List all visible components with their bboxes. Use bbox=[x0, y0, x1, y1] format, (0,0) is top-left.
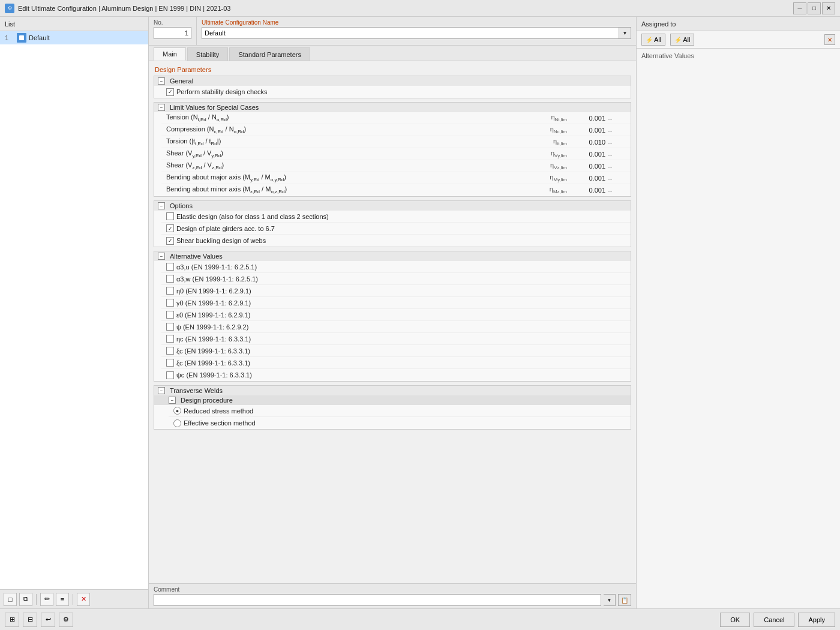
apply-button[interactable]: Apply bbox=[798, 613, 835, 627]
config-no: No. bbox=[149, 17, 197, 45]
name-dropdown-btn[interactable]: ▼ bbox=[619, 27, 631, 39]
transverse-welds-header[interactable]: − Transverse Welds bbox=[154, 386, 631, 395]
alt-row-1: α3,w (EN 1999-1-1: 6.2.5.1) bbox=[161, 273, 631, 285]
collapse-general[interactable]: − bbox=[158, 77, 165, 85]
options-section: − Options Elastic design (also for class… bbox=[154, 200, 631, 247]
comment-input[interactable] bbox=[154, 594, 601, 606]
shear-vz-symbol: ηVz,lim bbox=[524, 161, 572, 170]
limit-row-shear-vy: Shear (Vy,Ed / Vy,Rd) ηVy,lim 0.001 -- bbox=[161, 148, 631, 160]
effective-section-radio[interactable] bbox=[173, 419, 181, 427]
alt-cb-5[interactable] bbox=[166, 323, 174, 331]
torsion-symbol: ηtt,lim bbox=[524, 137, 572, 146]
config-header: No. Ultimate Configuration Name ▼ bbox=[149, 17, 636, 46]
close-button[interactable]: ✕ bbox=[822, 2, 835, 14]
stability-checks-label: Perform stability design checks bbox=[176, 88, 268, 95]
tension-symbol: ηNt,lim bbox=[524, 113, 572, 122]
collapse-options[interactable]: − bbox=[158, 202, 165, 209]
no-input[interactable] bbox=[154, 27, 191, 39]
compression-value: 0.001 bbox=[572, 127, 608, 134]
general-header[interactable]: − General bbox=[154, 76, 631, 86]
window-title: Edit Ultimate Configuration | Aluminum D… bbox=[18, 5, 230, 12]
tab-main[interactable]: Main bbox=[154, 47, 186, 61]
torsion-value: 0.010 bbox=[572, 139, 608, 146]
reduced-stress-radio[interactable] bbox=[173, 407, 181, 415]
alt-cb-4[interactable] bbox=[166, 311, 174, 319]
copy-button[interactable]: ⧉ bbox=[19, 593, 32, 606]
bottom-left: ⊞ ⊟ ↩ ⚙ bbox=[5, 613, 73, 627]
alt-row-0: α3,u (EN 1999-1-1: 6.2.5.1) bbox=[161, 261, 631, 273]
list-item-label: Default bbox=[29, 34, 50, 41]
alt-row-8: ξc (EN 1999-1-1: 6.3.3.1) bbox=[161, 357, 631, 369]
shear-vz-value: 0.001 bbox=[572, 163, 608, 170]
alt-cb-0[interactable] bbox=[166, 263, 174, 271]
comment-action-btn[interactable]: 📋 bbox=[618, 594, 631, 606]
title-bar: ⚙ Edit Ultimate Configuration | Aluminum… bbox=[0, 0, 840, 17]
plate-girders-cb[interactable] bbox=[166, 224, 174, 232]
limit-values-body: Tension (Nt,Ed / No,Rd) ηNt,lim 0.001 --… bbox=[154, 112, 631, 196]
limit-row-bending-my: Bending about major axis (My,Ed / Mo,y,R… bbox=[161, 172, 631, 184]
collapse-limit-values[interactable]: − bbox=[158, 104, 165, 111]
tab-stability[interactable]: Stability bbox=[187, 47, 229, 61]
alt-cb-9[interactable] bbox=[166, 371, 174, 379]
view-icon-btn[interactable]: ⊟ bbox=[23, 613, 37, 627]
shear-vy-value: 0.001 bbox=[572, 151, 608, 158]
alt-values-header[interactable]: − Alternative Values bbox=[154, 251, 631, 261]
assigned-all-btn-1[interactable]: ⚡ All bbox=[641, 34, 665, 46]
assigned-clear-btn[interactable]: ✕ bbox=[824, 34, 835, 45]
general-section: − General Perform stability design check… bbox=[154, 76, 631, 98]
tab-standard-params[interactable]: Standard Parameters bbox=[229, 47, 310, 61]
minimize-button[interactable]: ─ bbox=[793, 2, 806, 14]
alt-values-section: − Alternative Values α3,u (EN 1999-1-1: … bbox=[154, 251, 631, 382]
collapse-transverse-welds[interactable]: − bbox=[158, 387, 165, 394]
bending-my-symbol: ηMy,lim bbox=[524, 173, 572, 182]
stability-checks-cb[interactable] bbox=[166, 88, 174, 96]
shear-buckling-cb[interactable] bbox=[166, 237, 174, 245]
transverse-welds-label: Transverse Welds bbox=[170, 387, 223, 394]
alt-label-6: ηc (EN 1999-1-1: 6.3.3.1) bbox=[176, 335, 251, 343]
right-panel: Assigned to ⚡ All ⚡ All ✕ Alternative Va… bbox=[636, 17, 840, 608]
alt-values-body: α3,u (EN 1999-1-1: 6.2.5.1) α3,w (EN 199… bbox=[154, 261, 631, 381]
alt-row-4: ε0 (EN 1999-1-1: 6.2.9.1) bbox=[161, 309, 631, 321]
elastic-design-cb[interactable] bbox=[166, 212, 174, 220]
config-name-row: ▼ bbox=[202, 27, 631, 39]
shear-vz-unit: -- bbox=[608, 163, 626, 170]
props-button[interactable]: ≡ bbox=[56, 593, 69, 606]
grid-icon-btn[interactable]: ⊞ bbox=[5, 613, 19, 627]
alt-label-1: α3,w (EN 1999-1-1: 6.2.5.1) bbox=[176, 275, 258, 283]
name-input[interactable] bbox=[202, 27, 619, 39]
tabs-bar: Main Stability Standard Parameters bbox=[149, 46, 636, 61]
maximize-button[interactable]: □ bbox=[808, 2, 821, 14]
alt-cb-2[interactable] bbox=[166, 287, 174, 295]
limit-row-shear-vz: Shear (Vz,Ed / Vz,Rd) ηVz,lim 0.001 -- bbox=[161, 160, 631, 172]
alt-cb-1[interactable] bbox=[166, 275, 174, 283]
limit-row-torsion: Torsion (|tt,Ed / tRd|) ηtt,lim 0.010 -- bbox=[161, 136, 631, 148]
alt-row-2: η0 (EN 1999-1-1: 6.2.9.1) bbox=[161, 285, 631, 297]
design-procedure-header[interactable]: − Design procedure bbox=[154, 395, 631, 405]
ok-button[interactable]: OK bbox=[720, 613, 750, 627]
delete-button[interactable]: ✕ bbox=[77, 593, 90, 606]
collapse-alt-values[interactable]: − bbox=[158, 253, 165, 260]
comment-dropdown-btn[interactable]: ▼ bbox=[604, 594, 616, 606]
config-name: Ultimate Configuration Name ▼ bbox=[197, 17, 636, 45]
alt-cb-6[interactable] bbox=[166, 335, 174, 343]
toolbar-sep1 bbox=[36, 594, 37, 605]
torsion-unit: -- bbox=[608, 139, 626, 146]
tension-label: Tension (Nt,Ed / No,Rd) bbox=[166, 113, 524, 122]
comment-row: ▼ 📋 bbox=[154, 594, 631, 606]
rename-button[interactable]: ✏ bbox=[40, 593, 53, 606]
assigned-all-btn-2[interactable]: ⚡ All bbox=[670, 34, 694, 46]
list-item[interactable]: 1 Default bbox=[0, 31, 148, 44]
no-label: No. bbox=[154, 19, 191, 26]
new-button[interactable]: □ bbox=[4, 593, 17, 606]
options-header[interactable]: − Options bbox=[154, 201, 631, 211]
settings-icon-btn[interactable]: ⚙ bbox=[59, 613, 73, 627]
limit-row-tension: Tension (Nt,Ed / No,Rd) ηNt,lim 0.001 -- bbox=[161, 112, 631, 124]
collapse-design-procedure[interactable]: − bbox=[169, 397, 176, 404]
alt-cb-8[interactable] bbox=[166, 359, 174, 367]
limit-values-header[interactable]: − Limit Values for Special Cases bbox=[154, 103, 631, 112]
assigned-icon-2: ⚡ bbox=[674, 37, 682, 43]
alt-cb-3[interactable] bbox=[166, 299, 174, 307]
alt-cb-7[interactable] bbox=[166, 347, 174, 355]
undo-icon-btn[interactable]: ↩ bbox=[41, 613, 55, 627]
cancel-button[interactable]: Cancel bbox=[754, 613, 794, 627]
